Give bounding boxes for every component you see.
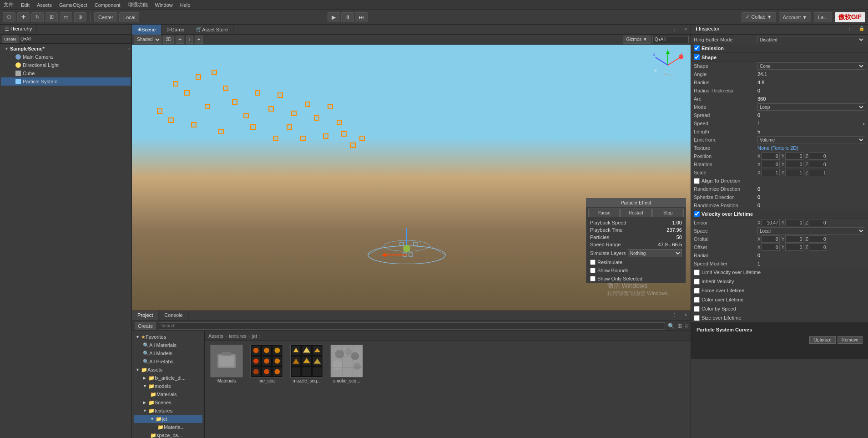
step-button[interactable]: ⏭ [355, 12, 368, 22]
collab-button[interactable]: ✓ Collab ▼ [742, 12, 776, 22]
linear-x-input[interactable] [762, 219, 780, 226]
inspector-lock[interactable]: 🔒 [855, 25, 868, 34]
sidebar-all-prefabs[interactable]: 🔍 All Prefabs [134, 357, 202, 366]
scene-close-icon[interactable]: × [681, 25, 691, 33]
scale-y-input[interactable] [785, 169, 803, 176]
inherit-velocity-checkbox[interactable] [694, 279, 700, 285]
optimize-button[interactable]: Optimize [809, 336, 835, 344]
scene-options-icon[interactable]: ⋮ [669, 25, 681, 33]
sidebar-fx-article[interactable]: ▶ 📁 fx_article_di... [134, 374, 202, 382]
menu-edit[interactable]: Edit [17, 2, 33, 8]
tab-inspector[interactable]: ℹ Inspector [691, 25, 724, 34]
sidebar-all-materials[interactable]: 🔍 All Materials [134, 341, 202, 349]
inherit-velocity-section[interactable]: Inherit Velocity [691, 277, 868, 286]
project-list-btn[interactable]: ≡ [685, 323, 688, 329]
limit-velocity-checkbox[interactable] [694, 270, 700, 275]
color-lifetime-checkbox[interactable] [694, 297, 700, 303]
asset-muzzle-seq[interactable]: muzzle_seq... [288, 345, 325, 383]
rotation-y-input[interactable] [785, 161, 803, 168]
shape-section[interactable]: Shape [691, 53, 868, 62]
emit-from-select[interactable]: Volume [757, 136, 865, 143]
sidebar-space-ca[interactable]: 📁 space_ca... [134, 431, 202, 438]
sidebar-scenes[interactable]: ▶ 📁 Scenes [134, 398, 202, 407]
menu-gameobject[interactable]: GameObject [56, 2, 91, 8]
orbital-z-input[interactable] [809, 235, 827, 243]
color-speed-section[interactable]: Color by Speed [691, 304, 868, 313]
hierarchy-main-camera[interactable]: Main Camera [1, 53, 131, 61]
shading-select[interactable]: Shaded [134, 36, 161, 44]
sidebar-jet[interactable]: ▼ 📁 jet [134, 415, 202, 423]
velocity-lifetime-checkbox[interactable] [694, 211, 700, 217]
toolbar-scale[interactable]: ⊞ [45, 12, 58, 22]
breadcrumb-textures[interactable]: textures [229, 333, 247, 339]
scene-options[interactable]: ≡ [128, 46, 131, 51]
project-grid-btn[interactable]: ⊞ [677, 323, 682, 329]
position-x-input[interactable] [762, 153, 780, 160]
project-close[interactable]: × [681, 311, 691, 321]
size-lifetime-section[interactable]: Size over Lifetime [691, 313, 868, 322]
tab-game[interactable]: ▷ Game [161, 25, 190, 35]
force-lifetime-section[interactable]: Force over Lifetime [691, 286, 868, 295]
project-create-btn[interactable]: Create [135, 322, 156, 330]
toolbar-rect[interactable]: ▭ [60, 12, 72, 22]
breadcrumb-jet[interactable]: jet [252, 333, 257, 339]
mode-select[interactable]: Loop [757, 103, 865, 111]
scene-view-canvas[interactable]: Y X Z < Persp ✕ [132, 45, 691, 311]
ring-buffer-select[interactable]: Disabled [757, 36, 865, 43]
toolbar-move[interactable]: ✚ [17, 12, 30, 22]
offset-z-input[interactable] [809, 244, 827, 251]
play-button[interactable]: ▶ [328, 12, 340, 22]
hierarchy-particle-system[interactable]: Particle System [1, 77, 131, 86]
tab-console[interactable]: Console [159, 311, 188, 321]
orbital-y-input[interactable] [785, 235, 803, 243]
toolbar-rotate[interactable]: ↻ [31, 12, 44, 22]
pause-btn[interactable]: Pause [588, 209, 620, 217]
gizmos-btn[interactable]: Gizmos ▼ [623, 36, 651, 44]
offset-y-input[interactable] [785, 244, 803, 251]
hierarchy-cube[interactable]: Cube [1, 69, 131, 77]
simulate-layers-select[interactable]: Nothing [628, 249, 682, 257]
size-lifetime-checkbox[interactable] [694, 315, 700, 321]
center-button[interactable]: Center [94, 12, 117, 22]
rotation-z-input[interactable] [809, 161, 827, 168]
stop-btn[interactable]: Stop [652, 209, 684, 217]
layers-button[interactable]: La... [814, 12, 832, 22]
hierarchy-create-btn[interactable]: Create [2, 36, 19, 43]
asset-materials[interactable]: Materials [208, 345, 245, 383]
scale-z-input[interactable] [809, 169, 827, 176]
asset-fire-seq[interactable]: fire_seq [248, 345, 285, 383]
menu-file[interactable]: 文件 [0, 1, 17, 8]
speed-arrow[interactable]: ▸ [863, 121, 865, 126]
tab-asset-store[interactable]: 🛒 Asset Store [190, 25, 234, 35]
rotation-x-input[interactable] [762, 161, 780, 168]
scale-x-input[interactable] [762, 169, 780, 176]
position-y-input[interactable] [785, 153, 803, 160]
limit-velocity-section[interactable]: Limit Velocity over Lifetime [691, 268, 868, 277]
sidebar-all-models[interactable]: 🔍 All Models [134, 349, 202, 357]
menu-help[interactable]: Help [177, 2, 194, 8]
emission-checkbox[interactable] [694, 45, 700, 51]
project-search-icon[interactable]: 🔍 [668, 323, 675, 329]
inspector-options[interactable]: ⋮ [843, 25, 855, 34]
toolbar-transform-handle[interactable]: ⬡ [3, 12, 15, 22]
show-only-selected-checkbox[interactable] [590, 276, 595, 281]
project-options[interactable]: ⋮ [669, 311, 681, 321]
emission-section[interactable]: Emission [691, 44, 868, 53]
align-to-direction-checkbox[interactable] [694, 178, 700, 184]
hierarchy-scene[interactable]: ▼ SampleScene* ≡ [1, 45, 131, 53]
linear-y-input[interactable] [785, 219, 803, 226]
force-lifetime-checkbox[interactable] [694, 288, 700, 294]
sidebar-assets[interactable]: ▼ 📁 Assets [134, 366, 202, 374]
toolbar-transform-all[interactable]: ⊕ [74, 12, 86, 22]
scene-light-btn[interactable]: ☀ [176, 36, 184, 44]
scene-fx-btn[interactable]: ✦ [195, 36, 203, 44]
pause-button[interactable]: ⏸ [341, 12, 354, 22]
restart-btn[interactable]: Restart [620, 209, 651, 217]
shape-checkbox[interactable] [694, 54, 700, 60]
color-lifetime-section[interactable]: Color over Lifetime [691, 295, 868, 304]
remove-button[interactable]: Remove [838, 336, 863, 344]
sidebar-models[interactable]: ▼ 📁 models [134, 382, 202, 390]
show-bounds-checkbox[interactable] [590, 268, 595, 273]
scene-search-input[interactable] [652, 36, 689, 43]
project-search-input[interactable] [159, 322, 665, 330]
